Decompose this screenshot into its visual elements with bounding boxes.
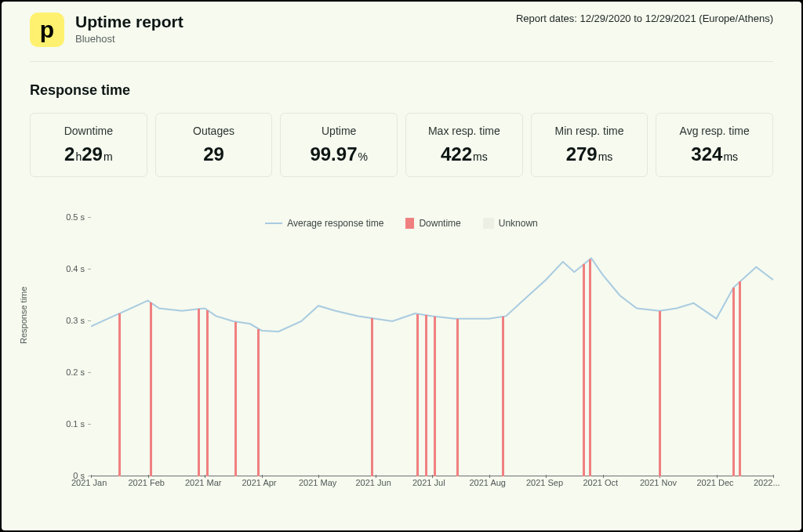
- x-tick: 2022...: [754, 478, 780, 487]
- card-value: 279ms: [538, 143, 641, 165]
- x-tick: 2021 Jun: [356, 478, 391, 487]
- downtime-event-bar: [198, 309, 200, 476]
- title-block: Uptime report Bluehost: [75, 13, 183, 45]
- x-tick: 2021 Jul: [412, 478, 445, 487]
- report-header: p Uptime report Bluehost Report dates: 1…: [30, 13, 773, 62]
- downtime-event-bar: [257, 329, 260, 476]
- brand-logo-icon: p: [30, 13, 64, 47]
- downtime-event-bar: [732, 288, 735, 476]
- line-chart-svg: [91, 218, 773, 476]
- chart-plot-area: 0 s0.1 s0.2 s0.3 s0.4 s0.5 s2021 Jan2021…: [91, 218, 773, 476]
- page-title: Uptime report: [75, 13, 183, 31]
- card-label: Max resp. time: [412, 125, 516, 137]
- avg-response-time-line: [91, 259, 773, 332]
- downtime-event-bar: [416, 314, 419, 476]
- x-tick: 2021 Aug: [470, 478, 507, 487]
- x-tick: 2021 Sep: [526, 478, 563, 487]
- x-tick: 2021 Nov: [640, 478, 677, 487]
- x-tick: 2021 Feb: [129, 478, 165, 487]
- card-label: Min resp. time: [538, 125, 641, 137]
- card-label: Avg resp. time: [663, 125, 766, 137]
- card-value: 2h29m: [37, 143, 140, 165]
- card-label: Outages: [162, 125, 266, 137]
- card-label: Uptime: [287, 125, 391, 137]
- downtime-event-bar: [583, 264, 585, 476]
- card-max-resp: Max resp. time 422ms: [405, 113, 523, 177]
- report-frame: p Uptime report Bluehost Report dates: 1…: [2, 2, 801, 530]
- x-tick: 2021 Oct: [583, 478, 619, 487]
- x-tick: 2021 Apr: [242, 478, 277, 487]
- downtime-event-bar: [659, 311, 661, 476]
- report-dates: Report dates: 12/29/2020 to 12/29/2021 (…: [516, 13, 773, 24]
- x-tick: 2021 Jan: [71, 478, 107, 487]
- downtime-event-bar: [206, 310, 209, 476]
- y-axis-title: Response time: [19, 287, 28, 344]
- downtime-event-bar: [371, 318, 373, 476]
- x-tick: 2021 Dec: [697, 478, 734, 487]
- card-downtime: Downtime 2h29m: [30, 113, 147, 177]
- page-subtitle: Bluehost: [75, 33, 183, 45]
- response-time-chart: Response time 0 s0.1 s0.2 s0.3 s0.4 s0.5…: [30, 218, 773, 508]
- card-value: 324ms: [663, 143, 766, 165]
- logo-letter: p: [40, 18, 54, 42]
- card-avg-resp: Avg resp. time 324ms: [656, 113, 773, 177]
- stat-cards: Downtime 2h29m Outages 29 Uptime 99.97% …: [30, 113, 773, 177]
- card-outages: Outages 29: [155, 113, 273, 177]
- x-tick: 2021 May: [299, 478, 336, 487]
- section-title: Response time: [30, 82, 773, 99]
- x-tick: 2021 Mar: [185, 478, 221, 487]
- downtime-event-bar: [150, 302, 152, 476]
- downtime-event-bar: [589, 259, 591, 476]
- downtime-event-bar: [502, 317, 504, 476]
- card-value: 99.97%: [287, 143, 391, 165]
- downtime-event-bar: [234, 322, 237, 476]
- card-min-resp: Min resp. time 279ms: [531, 113, 649, 177]
- card-uptime: Uptime 99.97%: [280, 113, 398, 177]
- card-value: 29: [162, 143, 266, 165]
- downtime-event-bar: [425, 315, 427, 476]
- downtime-event-bar: [739, 281, 741, 476]
- downtime-event-bar: [456, 319, 459, 476]
- card-value: 422ms: [412, 143, 516, 165]
- downtime-event-bar: [118, 313, 121, 476]
- downtime-event-bar: [434, 317, 436, 476]
- card-label: Downtime: [37, 125, 140, 137]
